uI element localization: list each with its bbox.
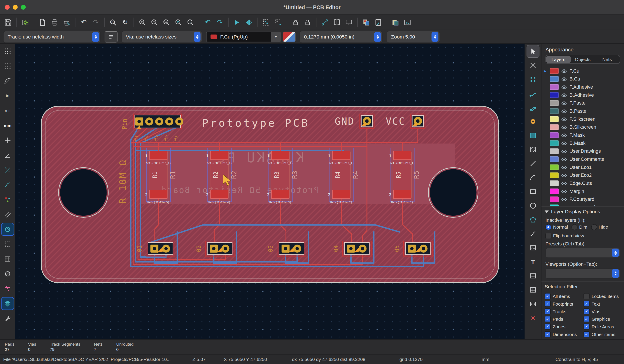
close-window-button[interactable] [5,5,10,10]
layer-color-swatch[interactable] [550,205,559,206]
add-table-tool-icon[interactable] [527,284,539,296]
delete-tool-icon[interactable]: × [527,312,539,324]
layer-color-swatch[interactable] [550,116,559,122]
layer-row[interactable]: User.Comments [542,155,624,163]
layer-color-swatch[interactable] [550,196,559,202]
zoom-in-icon[interactable] [137,17,148,28]
select-tool-icon[interactable] [527,45,539,57]
units-mm-button[interactable]: mm [1,119,14,131]
grid-combo[interactable]: 0.1270 mm (0.0050 in) [300,31,383,43]
layer-pair-button[interactable] [283,31,296,42]
flip-board-checkbox[interactable]: Flip board view [546,233,584,239]
layer-row[interactable]: B.Mask [542,139,624,147]
layer-color-swatch[interactable] [550,132,559,138]
visibility-eye-icon[interactable] [561,140,567,146]
print-icon[interactable] [49,17,60,28]
layer-row[interactable]: Edge.Cuts [542,179,624,187]
track-outline-mode-icon[interactable] [1,208,14,220]
board-statistics-icon[interactable] [343,17,354,28]
lock-icon[interactable] [290,17,301,28]
pad-outline-mode-icon[interactable] [1,268,14,280]
tab-layers[interactable]: Layers [546,56,571,63]
filter-dimensions[interactable]: Dimensions [545,331,582,337]
page-settings-icon[interactable] [37,17,48,28]
layer-color-swatch[interactable] [550,164,559,170]
pcb-canvas[interactable]: KUHAKU PC Prototype 5Ω Resistor Board [15,44,525,339]
visibility-eye-icon[interactable] [561,108,567,114]
layer-color-swatch[interactable] [550,68,559,74]
active-layer-selector[interactable]: F.Cu (PgUp) [206,31,271,42]
layer-row[interactable]: B.Paste [542,107,624,115]
layer-color-swatch[interactable] [550,181,559,186]
draw-polygon-tool-icon[interactable] [527,214,539,226]
filter-text[interactable]: Text [584,301,621,307]
find-icon[interactable]: A [107,17,119,28]
layer-row[interactable]: B.Adhesive [542,91,624,99]
layer-color-swatch[interactable] [550,76,559,82]
draw-arc-tool-icon[interactable] [527,172,539,184]
visibility-eye-icon[interactable] [561,164,567,170]
net-color-mode-icon[interactable] [1,194,14,206]
layer-display-options-header[interactable]: Layer Display Options [542,206,624,216]
next-view-icon[interactable]: ↷ [214,17,225,28]
schematic-parity-icon[interactable] [390,17,401,28]
zoom-fit-icon[interactable] [161,17,172,28]
grid-visibility-icon[interactable] [1,45,14,57]
via-size-combo[interactable]: Via: use netclass sizes [121,31,202,43]
cursor-shape-icon[interactable] [1,134,14,146]
zone-grid-mode-icon[interactable] [1,253,14,265]
layer-color-swatch[interactable] [550,148,559,154]
board-setup-icon[interactable] [20,17,31,28]
layer-color-swatch[interactable] [550,156,559,162]
visibility-eye-icon[interactable] [561,196,567,202]
layer-color-swatch[interactable] [550,140,559,146]
layer-row[interactable]: F.Paste [542,99,624,107]
visibility-eye-icon[interactable] [561,180,567,186]
visibility-eye-icon[interactable] [561,100,567,106]
add-dimension-tool-icon[interactable] [527,298,539,310]
filter-pads[interactable]: Pads [545,316,582,322]
show-ratsnest-icon[interactable] [319,17,330,28]
layer-color-swatch[interactable] [550,84,559,90]
draw-rectangle-tool-icon[interactable] [527,186,539,198]
filter-vias[interactable]: Vias [584,309,621,314]
stepper-icon[interactable] [194,32,200,42]
add-text-tool-icon[interactable]: T [527,256,539,268]
save-icon[interactable] [2,17,14,28]
undo-icon[interactable]: ↶ [78,17,89,28]
layer-row[interactable]: F.Mask [542,131,624,139]
refresh-icon[interactable]: ↻ [119,17,131,28]
layer-color-swatch[interactable] [550,108,559,114]
run-drc-icon[interactable] [373,17,384,28]
properties-panel-icon[interactable] [1,312,14,324]
place-footprint-tool-icon[interactable] [527,73,539,85]
filter-tracks[interactable]: Tracks [545,309,582,314]
tab-objects[interactable]: Objects [571,56,595,63]
visibility-eye-icon[interactable] [561,172,567,178]
minimize-window-button[interactable] [13,5,18,10]
route-diff-pairs-tool-icon[interactable] [527,102,539,113]
draw-zone-tool-icon[interactable] [527,130,539,142]
group-icon[interactable] [260,17,272,28]
crosshair-45-icon[interactable] [1,149,14,161]
footprint-gnd-pad[interactable] [360,114,374,129]
zoom-objects-icon[interactable] [173,17,184,28]
layer-dropdown-button[interactable]: ▾ [271,31,281,42]
layer-color-swatch[interactable] [550,92,559,98]
units-inches-button[interactable]: in [1,90,14,102]
scripting-console-icon[interactable] [402,17,413,28]
clearance-outline-mode-icon[interactable] [1,283,14,295]
visibility-eye-icon[interactable] [561,68,567,74]
visibility-eye-icon[interactable] [561,132,567,138]
footprint-vcc-pad[interactable] [411,114,425,129]
layer-row[interactable]: B.Courtyard [542,203,624,206]
ratsnest-visibility-icon[interactable] [1,164,14,176]
visibility-eye-icon[interactable] [561,76,567,82]
mounting-hole[interactable] [59,168,108,217]
track-width-combo[interactable]: Track: use netclass width [3,31,101,43]
layer-row[interactable]: User.Drawings [542,147,624,155]
add-image-tool-icon[interactable] [527,242,539,254]
unlock-icon[interactable] [302,17,313,28]
visibility-eye-icon[interactable] [561,124,567,130]
visibility-eye-icon[interactable] [561,204,567,206]
